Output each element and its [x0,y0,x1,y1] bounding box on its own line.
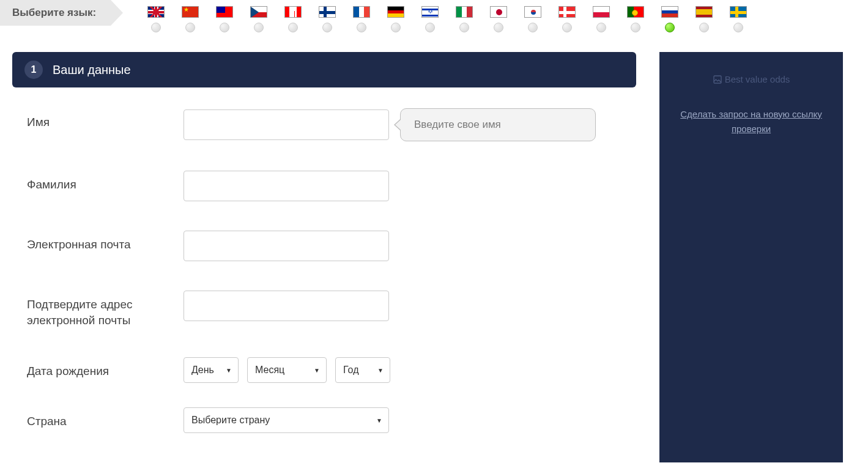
radio-dot-icon [494,23,503,32]
email-confirm-input[interactable] [184,291,389,321]
flag-cn-icon[interactable] [182,6,199,18]
form-title: Ваши данные [53,63,131,77]
language-radio-il[interactable] [421,23,439,32]
flag-jp-icon[interactable] [490,6,507,18]
language-radio-cn[interactable] [182,23,199,32]
language-radio-row [147,23,747,32]
radio-dot-icon [631,23,640,32]
first-name-hint: Введите свое имя [400,108,596,141]
label-last-name: Фамилия [27,171,184,193]
row-country: Страна Выберите страну ▼ [27,407,636,433]
language-radio-it[interactable] [456,23,473,32]
language-radio-fi[interactable] [319,23,336,32]
radio-dot-icon [425,23,435,32]
language-radio-uk[interactable] [147,23,165,32]
field-email-confirm [184,291,389,321]
language-radio-de[interactable] [387,23,404,32]
language-radio-kr[interactable] [524,23,541,32]
language-radio-fr[interactable] [353,23,370,32]
flag-tw-icon[interactable] [216,6,233,18]
flag-ru-icon[interactable] [661,6,678,18]
country-select[interactable]: Выберите страну ▼ [184,407,389,433]
label-email-confirm: Подтвердите адрес электронной почты [27,291,184,328]
flags-row [147,6,747,18]
radio-dot-icon [151,23,161,32]
row-last-name: Фамилия [27,171,636,201]
language-radio-se[interactable] [730,23,747,32]
flag-de-icon[interactable] [387,6,404,18]
last-name-input[interactable] [184,171,389,201]
radio-dot-icon [391,23,401,32]
flag-es-icon[interactable] [696,6,713,18]
label-dob: Дата рождения [27,357,184,379]
field-dob: День ▼ Месяц ▼ Год ▼ [184,357,390,383]
language-label: Выберите язык: [12,7,96,19]
form-column: 1 Ваши данные Имя Введите свое имя Фамил… [12,52,636,462]
flag-fi-icon[interactable] [319,6,336,18]
language-radio-cz[interactable] [250,23,267,32]
dob-month-select[interactable]: Месяц ▼ [247,357,327,383]
flag-no-icon[interactable] [558,6,576,18]
radio-dot-icon [665,23,675,32]
flag-ca-icon[interactable] [284,6,302,18]
row-email: Электронная почта [27,231,636,261]
form-body: Имя Введите свое имя Фамилия Электронная… [12,87,636,433]
label-first-name: Имя [27,108,184,130]
flag-kr-icon[interactable] [524,6,541,18]
language-radio-ru[interactable] [661,23,678,32]
chevron-down-icon: ▼ [314,367,320,374]
flag-cz-icon[interactable] [250,6,267,18]
flag-se-icon[interactable] [730,6,747,18]
field-email [184,231,389,261]
radio-dot-icon [357,23,366,32]
row-email-confirm: Подтвердите адрес электронной почты [27,291,636,328]
language-label-wrap: Выберите язык: [0,0,111,26]
radio-dot-icon [699,23,709,32]
language-radio-pt[interactable] [627,23,644,32]
dob-day-select[interactable]: День ▼ [184,357,239,383]
language-radio-es[interactable] [696,23,713,32]
chevron-down-icon: ▼ [376,417,382,424]
sidebar: Best value odds Сделать запрос на новую … [659,52,843,462]
language-radio-ca[interactable] [284,23,302,32]
radio-dot-icon [185,23,195,32]
row-first-name: Имя Введите свое имя [27,108,636,141]
label-country: Страна [27,407,184,429]
field-first-name: Введите свое имя [184,108,596,141]
flag-it-icon[interactable] [456,6,473,18]
dob-day-value: День [191,365,214,376]
step-badge: 1 [24,61,43,79]
chevron-down-icon: ▼ [226,367,232,374]
flags-container [147,0,747,32]
language-radio-jp[interactable] [490,23,507,32]
form-header: 1 Ваши данные [12,52,636,87]
country-value: Выберите страну [191,415,270,426]
radio-dot-icon [733,23,743,32]
flag-pt-icon[interactable] [627,6,644,18]
dob-year-value: Год [343,365,358,376]
first-name-input[interactable] [184,109,389,140]
radio-dot-icon [528,23,538,32]
label-email: Электронная почта [27,231,184,253]
radio-dot-icon [254,23,264,32]
radio-dot-icon [220,23,229,32]
chevron-down-icon: ▼ [377,367,384,374]
svg-rect-0 [714,76,721,83]
broken-image-icon [713,75,722,84]
language-radio-no[interactable] [558,23,576,32]
language-bar: Выберите язык: [0,0,868,32]
flag-il-icon[interactable] [421,6,439,18]
flag-pl-icon[interactable] [593,6,610,18]
flag-fr-icon[interactable] [353,6,370,18]
field-country: Выберите страну ▼ [184,407,389,433]
language-radio-pl[interactable] [593,23,610,32]
main-wrap: 1 Ваши данные Имя Введите свое имя Фамил… [0,32,868,462]
flag-uk-icon[interactable] [147,6,165,18]
dob-month-value: Месяц [255,365,284,376]
dob-year-select[interactable]: Год ▼ [335,357,390,383]
sidebar-verify-link[interactable]: Сделать запрос на новую ссылку проверки [670,107,832,136]
sidebar-image-placeholder: Best value odds [713,74,790,84]
language-radio-tw[interactable] [216,23,233,32]
radio-dot-icon [322,23,332,32]
email-input[interactable] [184,231,389,261]
